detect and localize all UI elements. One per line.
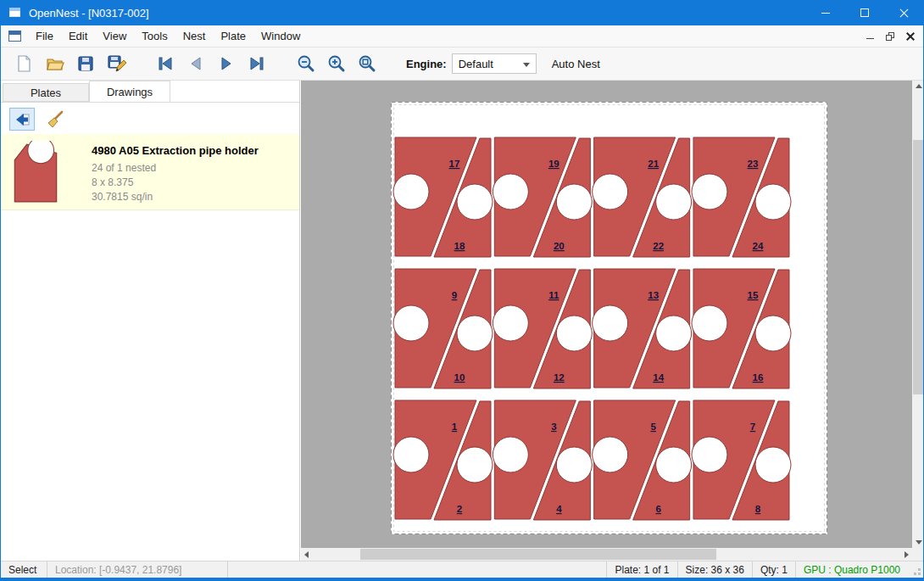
part-cutout — [593, 305, 628, 341]
maximize-button[interactable] — [845, 0, 884, 25]
tab-drawings[interactable]: Drawings — [89, 81, 170, 102]
clean-button[interactable] — [43, 108, 69, 131]
open-button[interactable] — [40, 50, 70, 77]
app-icon — [8, 6, 22, 20]
engine-select[interactable]: Default — [452, 53, 537, 74]
vertical-scrollbar[interactable] — [912, 81, 924, 548]
menu-item-plate[interactable]: Plate — [213, 26, 253, 46]
save-icon — [75, 53, 96, 74]
close-button[interactable] — [884, 0, 923, 25]
return-part-button[interactable] — [9, 108, 35, 131]
part-number: 19 — [548, 159, 559, 169]
next-plate-button[interactable] — [211, 50, 242, 77]
first-icon — [155, 53, 175, 74]
horizontal-scrollbar[interactable] — [301, 548, 912, 561]
nested-pair[interactable]: 910 — [393, 269, 493, 388]
nested-pair[interactable]: 2324 — [692, 137, 791, 257]
part-number: 17 — [449, 159, 460, 169]
new-button[interactable] — [9, 50, 40, 77]
status-gpu: GPU : Quadro P1000 — [796, 561, 908, 578]
minimize-button[interactable] — [806, 0, 845, 25]
part-cutout — [393, 174, 429, 209]
drawing-size: 8 x 8.375 — [92, 176, 259, 190]
tab-plates[interactable]: Plates — [3, 83, 89, 102]
part-number: 6 — [655, 504, 660, 514]
nested-pair[interactable]: 78 — [692, 400, 791, 520]
vertical-scroll-thumb[interactable] — [913, 140, 924, 394]
part-number: 8 — [755, 504, 761, 514]
save-button[interactable] — [70, 50, 101, 77]
nested-pair[interactable]: 56 — [593, 400, 692, 520]
mdi-restore-button[interactable] — [886, 32, 894, 41]
part-number: 13 — [648, 290, 659, 300]
save-as-button[interactable] — [101, 50, 131, 77]
part-number: 22 — [653, 241, 664, 251]
menu-item-window[interactable]: Window — [253, 26, 308, 46]
window-bottom-border — [1, 578, 923, 581]
nested-pair[interactable]: 34 — [493, 400, 592, 520]
zoom-out-icon — [296, 53, 316, 74]
part-number: 14 — [653, 372, 664, 383]
mdi-minimize-button[interactable] — [866, 38, 874, 39]
part-number: 10 — [454, 372, 465, 383]
last-plate-button[interactable] — [242, 50, 272, 77]
part-number: 16 — [753, 372, 764, 383]
part-cutout — [593, 437, 628, 472]
nested-pair[interactable]: 1718 — [393, 137, 493, 257]
horizontal-scroll-thumb[interactable] — [360, 549, 716, 560]
part-cutout — [556, 316, 592, 351]
part-cutout — [393, 437, 429, 472]
nested-pair[interactable]: 1920 — [493, 137, 592, 257]
part-cutout — [755, 447, 791, 483]
part-cutout — [493, 305, 528, 341]
scroll-left-icon — [304, 551, 309, 558]
part-cutout — [593, 174, 628, 209]
nested-pair[interactable]: 12 — [393, 400, 493, 520]
menu-item-tools[interactable]: Tools — [134, 26, 175, 46]
part-number: 18 — [454, 241, 465, 251]
zoom-in-button[interactable] — [321, 50, 352, 77]
plate[interactable]: 171819202122232491011121314151612345678 — [391, 102, 827, 534]
drawing-list-item[interactable]: 4980 A05 Extraction pipe holder 24 of 1 … — [1, 134, 299, 210]
part-number: 1 — [452, 422, 458, 432]
nested-pair[interactable]: 1516 — [692, 269, 791, 388]
part-cutout — [393, 305, 429, 341]
part-cutout — [692, 437, 727, 472]
drawing-title: 4980 A05 Extraction pipe holder — [92, 144, 259, 157]
resize-grip[interactable] — [908, 561, 923, 578]
side-panel: Plates Drawings — [1, 81, 300, 561]
status-location: Location: [-0.9437, 21.8796] — [47, 561, 227, 578]
part-cutout — [755, 184, 791, 220]
zoom-out-button[interactable] — [291, 50, 321, 77]
part-cutout — [656, 184, 692, 220]
title-bar: OpenNest - [N0317-002] — [1, 0, 923, 25]
part-cutout — [692, 305, 727, 341]
menu-item-file[interactable]: File — [28, 26, 61, 46]
part-cutout — [755, 316, 791, 351]
next-icon — [216, 53, 237, 74]
menu-bar: File Edit View Tools Nest Plate Window — [1, 25, 923, 47]
part-number: 11 — [548, 290, 559, 300]
app-window: OpenNest - [N0317-002] File Edit View To… — [0, 0, 924, 581]
zoom-fit-button[interactable] — [352, 50, 382, 77]
part-cutout — [457, 184, 493, 220]
part-cutout — [656, 447, 692, 483]
new-file-icon — [14, 53, 35, 74]
menu-item-edit[interactable]: Edit — [61, 26, 95, 46]
status-mode: Select — [1, 561, 47, 578]
part-number: 12 — [554, 372, 565, 383]
part-number: 23 — [748, 159, 759, 169]
scroll-up-icon — [916, 84, 922, 88]
part-number: 21 — [648, 159, 659, 169]
window-title: OpenNest - [N0317-002] — [29, 7, 149, 20]
menu-item-view[interactable]: View — [95, 26, 134, 46]
nested-pair[interactable]: 2122 — [593, 137, 692, 257]
auto-nest-button[interactable]: Auto Nest — [552, 58, 600, 70]
mdi-close-button[interactable] — [906, 32, 915, 41]
last-icon — [247, 53, 267, 74]
first-plate-button[interactable] — [150, 50, 181, 77]
previous-plate-button[interactable] — [181, 50, 211, 77]
menu-item-nest[interactable]: Nest — [175, 26, 214, 46]
nested-pair[interactable]: 1112 — [493, 269, 592, 388]
nested-pair[interactable]: 1314 — [593, 269, 692, 388]
